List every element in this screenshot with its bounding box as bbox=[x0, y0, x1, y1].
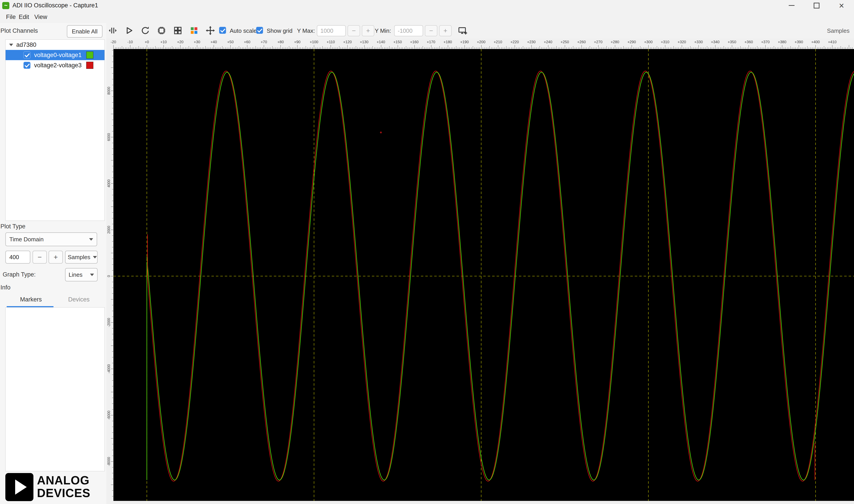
maximize-icon bbox=[814, 3, 819, 8]
close-icon: × bbox=[839, 1, 844, 10]
graph-type-label: Graph Type: bbox=[3, 271, 36, 278]
play-triangle-icon bbox=[15, 480, 27, 494]
info-tab-bar: MarkersDevices bbox=[0, 292, 106, 307]
device-name: ad7380 bbox=[16, 41, 36, 48]
info-label: Info bbox=[0, 284, 11, 291]
y-max-increment-button[interactable]: + bbox=[362, 25, 374, 36]
plot-channels-label: Plot Channels bbox=[0, 28, 38, 34]
sample-count-decrement-button[interactable]: − bbox=[33, 251, 47, 264]
device-row[interactable]: ad7380 bbox=[5, 40, 105, 50]
app-window: ~ ADI IIO Oscilloscope - Capture1 × File… bbox=[0, 0, 854, 504]
tab-devices[interactable]: Devices bbox=[68, 296, 90, 303]
sample-unit-value: Samples bbox=[68, 254, 90, 261]
sidebar: Plot Channels Enable All ad7380 voltage0… bbox=[0, 23, 107, 504]
auto-scale-label: Auto scale bbox=[230, 28, 257, 34]
plot-type-value: Time Domain bbox=[10, 236, 44, 243]
chevron-down-icon bbox=[93, 256, 97, 258]
new-plot-icon[interactable] bbox=[458, 25, 468, 35]
channel-color-swatch[interactable] bbox=[86, 62, 93, 69]
minimize-icon bbox=[789, 5, 795, 6]
menu-bar: File Edit View bbox=[0, 11, 854, 23]
adi-logo-line1: ANALOG bbox=[37, 474, 90, 487]
plot-type-label: Plot Type bbox=[0, 223, 25, 230]
samples-corner-label: Samples bbox=[827, 28, 850, 34]
channel-row[interactable]: voltage0-voltage1 bbox=[5, 50, 105, 60]
channel-label: voltage0-voltage1 bbox=[34, 52, 81, 59]
adi-logo bbox=[5, 473, 33, 501]
adi-logo-text: ANALOG DEVICES bbox=[37, 474, 90, 499]
y-min-increment-button[interactable]: + bbox=[439, 25, 452, 36]
y-min-input[interactable]: -1000 bbox=[394, 25, 423, 36]
adi-logo-line2: DEVICES bbox=[37, 487, 90, 499]
sample-count-input[interactable]: 400 bbox=[5, 251, 30, 264]
app-icon: ~ bbox=[2, 2, 10, 9]
channel-list: ad7380 voltage0-voltage1voltage2-voltage… bbox=[5, 39, 105, 221]
auto-scale-checkbox[interactable] bbox=[219, 27, 226, 34]
graph-type-select[interactable]: Lines bbox=[65, 268, 97, 282]
channel-checkbox[interactable] bbox=[23, 62, 31, 69]
title-bar: ~ ADI IIO Oscilloscope - Capture1 × bbox=[0, 0, 854, 11]
move-icon[interactable] bbox=[205, 25, 215, 35]
channel-checkbox[interactable] bbox=[23, 52, 31, 59]
menu-edit[interactable]: Edit bbox=[19, 14, 29, 20]
plot-type-select[interactable]: Time Domain bbox=[5, 232, 97, 246]
show-grid-label: Show grid bbox=[267, 28, 293, 34]
chevron-down-icon bbox=[89, 238, 93, 241]
tab-markers[interactable]: Markers bbox=[20, 296, 42, 303]
y-max-input[interactable]: 1000 bbox=[317, 25, 346, 36]
close-button[interactable]: × bbox=[829, 0, 854, 11]
channel-color-swatch[interactable] bbox=[86, 52, 93, 59]
channel-label: voltage2-voltage3 bbox=[34, 62, 81, 69]
show-grid-checkbox[interactable] bbox=[256, 27, 263, 34]
enable-all-button[interactable]: Enable All bbox=[67, 25, 103, 38]
window-controls: × bbox=[779, 0, 854, 11]
y-min-label: Y Min: bbox=[375, 28, 391, 34]
markers-panel bbox=[5, 307, 105, 471]
window-title: ADI IIO Oscilloscope - Capture1 bbox=[13, 2, 98, 9]
plot-canvas[interactable] bbox=[106, 38, 854, 504]
channels-grid-icon[interactable] bbox=[189, 25, 199, 35]
grid-view-icon[interactable] bbox=[173, 25, 183, 35]
y-max-decrement-button[interactable]: − bbox=[348, 25, 360, 36]
menu-view[interactable]: View bbox=[34, 14, 47, 20]
sample-count-increment-button[interactable]: + bbox=[49, 251, 63, 264]
sample-unit-select[interactable]: Samples bbox=[65, 251, 97, 264]
channel-row[interactable]: voltage2-voltage3 bbox=[5, 60, 105, 70]
minimize-button[interactable] bbox=[779, 0, 804, 11]
menu-file[interactable]: File bbox=[6, 14, 16, 20]
chevron-down-icon bbox=[90, 274, 94, 276]
play-icon[interactable] bbox=[124, 25, 134, 35]
maximize-button[interactable] bbox=[804, 0, 829, 11]
plot-area bbox=[106, 38, 854, 504]
memory-icon[interactable] bbox=[157, 25, 166, 35]
expander-icon[interactable] bbox=[9, 44, 13, 46]
capture-icon[interactable] bbox=[108, 25, 117, 35]
y-max-label: Y Max: bbox=[297, 28, 315, 34]
repeat-icon[interactable] bbox=[140, 25, 150, 35]
y-min-decrement-button[interactable]: − bbox=[425, 25, 437, 36]
graph-type-value: Lines bbox=[69, 271, 83, 278]
plot-toolbar: Auto scale Show grid Y Max: 1000 − + Y M… bbox=[106, 23, 854, 38]
